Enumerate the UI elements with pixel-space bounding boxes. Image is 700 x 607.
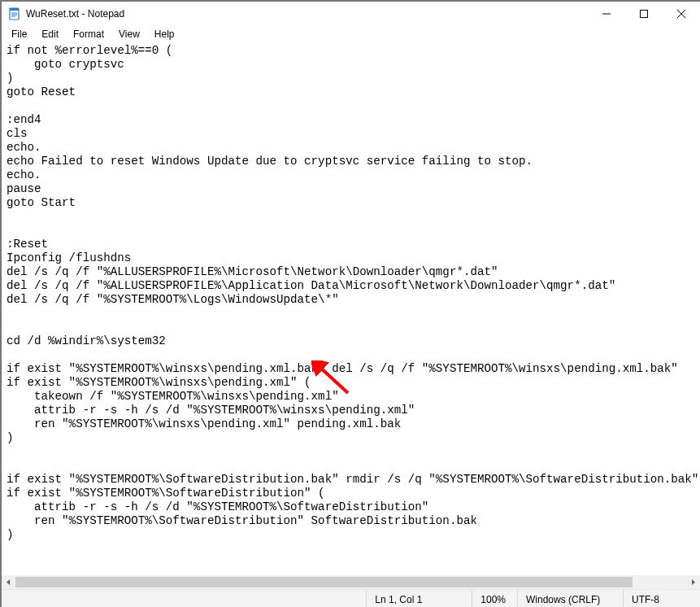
statusbar: Ln 1, Col 1 100% Windows (CRLF) UTF-8 <box>2 589 700 607</box>
horizontal-scrollbar[interactable] <box>2 575 700 589</box>
menu-help[interactable]: Help <box>148 27 181 41</box>
status-caret: Ln 1, Col 1 <box>366 590 472 607</box>
status-encoding: UTF-8 <box>623 590 700 607</box>
window-buttons <box>588 2 700 26</box>
maximize-button[interactable] <box>625 2 663 26</box>
menubar: File Edit Format View Help <box>2 26 700 42</box>
text-editor[interactable]: if not %errorlevel%==0 ( goto cryptsvc )… <box>2 42 700 575</box>
status-eol: Windows (CRLF) <box>517 590 623 607</box>
editor-area: if not %errorlevel%==0 ( goto cryptsvc )… <box>2 42 700 589</box>
notepad-app-icon <box>8 7 21 20</box>
svg-marker-9 <box>7 579 10 585</box>
status-spacer <box>2 590 366 607</box>
menu-format[interactable]: Format <box>67 27 111 41</box>
scroll-left-button[interactable] <box>2 575 15 589</box>
minimize-button[interactable] <box>588 2 625 26</box>
menu-view[interactable]: View <box>112 27 146 41</box>
svg-rect-1 <box>10 8 19 11</box>
menu-edit[interactable]: Edit <box>35 27 65 41</box>
scroll-thumb[interactable] <box>15 577 633 587</box>
menu-file[interactable]: File <box>5 27 33 41</box>
svg-rect-6 <box>641 11 648 18</box>
close-button[interactable] <box>663 2 700 26</box>
svg-marker-10 <box>692 579 695 585</box>
scroll-right-button[interactable] <box>686 575 700 589</box>
scroll-track[interactable] <box>15 575 686 589</box>
titlebar: WuReset.txt - Notepad <box>2 2 700 26</box>
status-zoom: 100% <box>472 590 517 607</box>
window-title: WuReset.txt - Notepad <box>26 8 124 20</box>
